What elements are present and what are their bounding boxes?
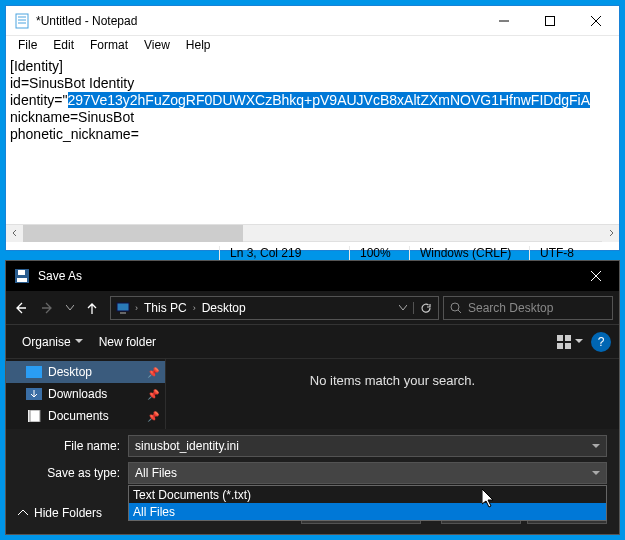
folder-tree[interactable]: Desktop📌 Downloads📌 Documents📌 Pictures📌	[6, 359, 166, 429]
svg-rect-20	[565, 343, 571, 349]
scroll-thumb[interactable]	[23, 225, 243, 242]
organise-button[interactable]: Organise	[14, 331, 91, 353]
maximize-button[interactable]	[527, 6, 573, 35]
nav-up-button[interactable]	[78, 294, 106, 322]
svg-rect-24	[30, 410, 40, 422]
menu-file[interactable]: File	[10, 36, 45, 56]
close-button[interactable]	[573, 6, 619, 35]
address-dropdown-button[interactable]	[393, 305, 413, 311]
desktop-icon	[26, 366, 42, 378]
dropdown-option-all[interactable]: All Files	[129, 503, 606, 520]
notepad-textarea[interactable]: [Identity] id=SinusBot Identity identity…	[6, 56, 619, 224]
save-icon	[14, 268, 30, 284]
scroll-right-button[interactable]	[602, 225, 619, 242]
scroll-left-button[interactable]	[6, 225, 23, 242]
view-options-button[interactable]	[555, 330, 585, 354]
filename-label: File name:	[18, 439, 128, 453]
refresh-button[interactable]	[413, 302, 438, 314]
notepad-menubar: File Edit Format View Help	[6, 36, 619, 56]
filetype-dropdown: Text Documents (*.txt) All Files	[128, 485, 607, 521]
new-folder-button[interactable]: New folder	[91, 331, 164, 353]
notepad-icon	[14, 13, 30, 29]
selected-text: 297Ve13y2hFuZogRF0DUWXCzBhkq+pV9AUJVcB8x…	[68, 92, 590, 108]
svg-rect-5	[546, 16, 555, 25]
menu-edit[interactable]: Edit	[45, 36, 82, 56]
filetype-select[interactable]: All Files	[128, 462, 607, 484]
minimize-button[interactable]	[481, 6, 527, 35]
nav-back-button[interactable]	[6, 294, 34, 322]
nav-forward-button[interactable]	[34, 294, 62, 322]
dropdown-option-txt[interactable]: Text Documents (*.txt)	[129, 486, 606, 503]
status-cursor-pos: Ln 3, Col 219	[219, 246, 349, 260]
pin-icon: 📌	[147, 367, 159, 378]
address-bar[interactable]: › This PC › Desktop	[110, 296, 439, 320]
file-list-empty: No items match your search.	[166, 359, 619, 429]
notepad-title: *Untitled - Notepad	[36, 14, 481, 28]
menu-view[interactable]: View	[136, 36, 178, 56]
notepad-titlebar[interactable]: *Untitled - Notepad	[6, 6, 619, 36]
notepad-window: *Untitled - Notepad File Edit Format Vie…	[5, 5, 620, 251]
svg-rect-14	[120, 312, 126, 314]
tree-item-documents[interactable]: Documents📌	[6, 405, 165, 427]
svg-rect-13	[117, 303, 129, 311]
horizontal-scrollbar[interactable]	[6, 224, 619, 241]
svg-rect-0	[16, 14, 28, 28]
svg-rect-17	[557, 335, 563, 341]
scroll-track[interactable]	[23, 225, 602, 242]
save-as-dialog: Save As › This PC › Desktop Search Deskt…	[5, 260, 620, 535]
search-box[interactable]: Search Desktop	[443, 296, 613, 320]
pin-icon: 📌	[147, 411, 159, 422]
saveas-titlebar[interactable]: Save As	[6, 261, 619, 291]
saveas-close-button[interactable]	[573, 261, 619, 291]
search-placeholder: Search Desktop	[468, 301, 553, 315]
menu-format[interactable]: Format	[82, 36, 136, 56]
pin-icon: 📌	[147, 389, 159, 400]
svg-rect-19	[557, 343, 563, 349]
search-icon	[450, 302, 462, 314]
status-eol: Windows (CRLF)	[409, 246, 529, 260]
filetype-label: Save as type:	[18, 466, 128, 480]
saveas-toolbar: Organise New folder ?	[6, 325, 619, 359]
chevron-up-icon	[18, 509, 28, 517]
saveas-title: Save As	[38, 269, 573, 283]
svg-point-15	[451, 303, 459, 311]
tree-item-desktop[interactable]: Desktop📌	[6, 361, 165, 383]
downloads-icon	[26, 388, 42, 400]
tree-item-downloads[interactable]: Downloads📌	[6, 383, 165, 405]
breadcrumb-segment[interactable]: Desktop	[196, 301, 252, 315]
help-button[interactable]: ?	[591, 332, 611, 352]
status-zoom: 100%	[349, 246, 409, 260]
filename-input[interactable]: sinusbot_identity.ini	[128, 435, 607, 457]
status-encoding: UTF-8	[529, 246, 619, 260]
pc-icon	[115, 300, 131, 316]
svg-rect-21	[26, 366, 42, 378]
saveas-navbar: › This PC › Desktop Search Desktop	[6, 291, 619, 325]
breadcrumb-segment[interactable]: This PC	[138, 301, 193, 315]
menu-help[interactable]: Help	[178, 36, 219, 56]
svg-line-16	[458, 310, 461, 313]
nav-history-button[interactable]	[62, 294, 78, 322]
hide-folders-button[interactable]: Hide Folders	[18, 506, 102, 520]
svg-rect-9	[17, 278, 27, 282]
svg-rect-18	[565, 335, 571, 341]
svg-rect-10	[18, 270, 25, 275]
documents-icon	[26, 410, 42, 422]
